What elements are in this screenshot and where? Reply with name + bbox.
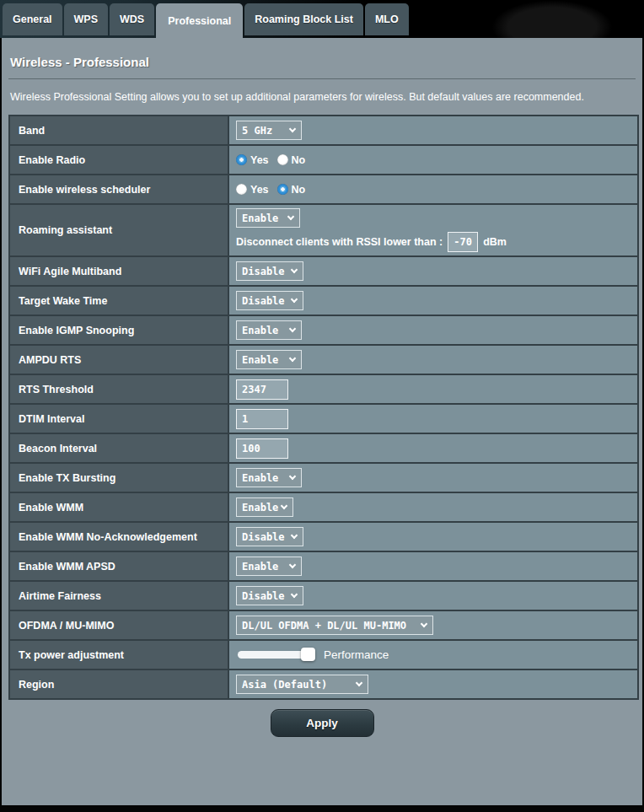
bottom-strip bbox=[0, 805, 644, 812]
chevron-down-icon bbox=[421, 621, 427, 627]
chevron-down-icon bbox=[289, 325, 296, 332]
rts-threshold-label: RTS Threshold bbox=[9, 374, 228, 404]
title-divider bbox=[8, 78, 636, 79]
chevron-down-icon bbox=[291, 266, 298, 273]
tab-general[interactable]: General bbox=[3, 3, 62, 35]
rts-threshold-input[interactable] bbox=[236, 379, 288, 400]
wmm-apsd-label: Enable WMM APSD bbox=[9, 551, 228, 581]
roaming-assistant-label: Roaming assistant bbox=[9, 204, 228, 256]
dtim-interval-input[interactable] bbox=[236, 409, 288, 429]
ofdma-select[interactable]: DL/UL OFDMA + DL/UL MU-MIMO bbox=[236, 616, 433, 635]
region-select[interactable]: Asia (Default) bbox=[236, 675, 368, 694]
enable-radio-yes[interactable]: Yes bbox=[236, 154, 269, 166]
chevron-down-icon bbox=[289, 562, 296, 568]
content-panel: Wireless - Professional Wireless Profess… bbox=[2, 38, 642, 805]
tx-bursting-label: Enable TX Bursting bbox=[9, 463, 228, 492]
chevron-down-icon bbox=[289, 126, 296, 132]
tx-power-slider-thumb[interactable] bbox=[301, 648, 315, 661]
chevron-down-icon bbox=[289, 355, 296, 362]
apply-area: Apply bbox=[2, 700, 642, 737]
chevron-down-icon bbox=[356, 680, 362, 686]
wireless-tab-bar: General WPS WDS Professional Roaming Blo… bbox=[0, 0, 644, 38]
wmm-select[interactable]: Enable bbox=[236, 497, 293, 517]
enable-radio-label: Enable Radio bbox=[9, 145, 228, 175]
igmp-snooping-select[interactable]: Enable bbox=[236, 320, 302, 340]
tx-power-value-label: Performance bbox=[324, 648, 389, 661]
tab-professional[interactable]: Professional bbox=[156, 3, 243, 38]
radio-unselected-icon[interactable] bbox=[236, 184, 247, 195]
roaming-rssi-line: Disconnect clients with RSSI lower than … bbox=[236, 232, 631, 252]
chevron-down-icon bbox=[281, 503, 287, 509]
beacon-interval-input[interactable] bbox=[236, 438, 288, 459]
table-row-igmp-snooping: Enable IGMP Snooping Enable bbox=[9, 315, 638, 345]
igmp-snooping-label: Enable IGMP Snooping bbox=[9, 315, 228, 345]
enable-radio-no[interactable]: No bbox=[277, 154, 306, 166]
table-row-tx-bursting: Enable TX Bursting Enable bbox=[9, 463, 638, 492]
chevron-down-icon bbox=[287, 213, 294, 220]
roaming-assistant-select[interactable]: Enable bbox=[236, 208, 300, 228]
wmm-apsd-select[interactable]: Enable bbox=[236, 557, 302, 576]
tab-wps[interactable]: WPS bbox=[64, 3, 108, 35]
agile-multiband-select[interactable]: Disable bbox=[236, 261, 303, 281]
wireless-scheduler-yes[interactable]: Yes bbox=[236, 184, 269, 196]
beacon-interval-label: Beacon Interval bbox=[9, 433, 228, 463]
band-select[interactable]: 5 GHz bbox=[236, 121, 302, 140]
table-row-agile-multiband: WiFi Agile Multiband Disable bbox=[9, 256, 638, 286]
airtime-fairness-select[interactable]: Disable bbox=[236, 586, 303, 605]
wireless-scheduler-label: Enable wireless scheduler bbox=[9, 175, 228, 204]
table-row-beacon-interval: Beacon Interval bbox=[9, 433, 638, 463]
agile-multiband-label: WiFi Agile Multiband bbox=[9, 256, 228, 286]
tx-bursting-select[interactable]: Enable bbox=[236, 468, 302, 487]
chevron-down-icon bbox=[291, 532, 298, 539]
router-admin-page: General WPS WDS Professional Roaming Blo… bbox=[0, 0, 644, 812]
chevron-down-icon bbox=[289, 473, 296, 480]
table-row-wireless-scheduler: Enable wireless scheduler Yes No bbox=[9, 175, 638, 204]
wireless-scheduler-no[interactable]: No bbox=[277, 184, 306, 196]
settings-table: Band 5 GHz Enable Radio Yes bbox=[8, 115, 639, 700]
table-row-airtime-fairness: Airtime Fairness Disable bbox=[9, 581, 638, 610]
enable-radio-group: Yes No bbox=[236, 154, 631, 166]
table-row-wmm: Enable WMM Enable bbox=[9, 492, 638, 522]
region-label: Region bbox=[9, 669, 228, 699]
tx-power-slider-track[interactable] bbox=[238, 651, 315, 659]
page-title: Wireless - Professional bbox=[2, 38, 642, 69]
roaming-rssi-unit: dBm bbox=[483, 236, 507, 248]
table-row-region: Region Asia (Default) bbox=[9, 669, 638, 699]
table-row-ampdu-rts: AMPDU RTS Enable bbox=[9, 345, 638, 374]
table-row-dtim-interval: DTIM Interval bbox=[9, 404, 638, 433]
tx-power-slider-row: Performance bbox=[236, 648, 631, 661]
table-row-wmm-apsd: Enable WMM APSD Enable bbox=[9, 551, 638, 581]
tab-wds[interactable]: WDS bbox=[110, 3, 154, 35]
roaming-rssi-input[interactable] bbox=[448, 232, 478, 252]
table-row-wmm-no-ack: Enable WMM No-Acknowledgement Disable bbox=[9, 522, 638, 551]
ampdu-rts-select[interactable]: Enable bbox=[236, 350, 302, 369]
ofdma-label: OFDMA / MU-MIMO bbox=[9, 610, 228, 640]
target-wake-time-select[interactable]: Disable bbox=[236, 291, 303, 310]
chevron-down-icon bbox=[291, 296, 298, 303]
wireless-scheduler-group: Yes No bbox=[236, 184, 631, 196]
dtim-interval-label: DTIM Interval bbox=[9, 404, 228, 433]
apply-button[interactable]: Apply bbox=[271, 709, 374, 737]
airtime-fairness-label: Airtime Fairness bbox=[9, 581, 228, 610]
table-row-ofdma: OFDMA / MU-MIMO DL/UL OFDMA + DL/UL MU-M… bbox=[9, 610, 638, 640]
table-row-roaming-assistant: Roaming assistant Enable Disconnect clie… bbox=[9, 204, 638, 256]
tx-power-label: Tx power adjustment bbox=[9, 640, 228, 669]
radio-selected-icon[interactable] bbox=[236, 154, 247, 165]
table-row-rts-threshold: RTS Threshold bbox=[9, 374, 638, 404]
page-description: Wireless Professional Setting allows you… bbox=[10, 90, 634, 104]
wmm-no-ack-select[interactable]: Disable bbox=[236, 527, 303, 546]
band-label: Band bbox=[9, 116, 228, 145]
wmm-label: Enable WMM bbox=[9, 492, 228, 522]
chevron-down-icon bbox=[291, 591, 298, 598]
table-row-enable-radio: Enable Radio Yes No bbox=[9, 145, 638, 175]
table-row-tx-power: Tx power adjustment Performance bbox=[9, 640, 638, 669]
radio-selected-icon[interactable] bbox=[277, 184, 288, 195]
table-row-band: Band 5 GHz bbox=[9, 116, 638, 145]
ampdu-rts-label: AMPDU RTS bbox=[9, 345, 228, 374]
target-wake-time-label: Target Wake Time bbox=[9, 286, 228, 315]
wmm-no-ack-label: Enable WMM No-Acknowledgement bbox=[9, 522, 228, 551]
tab-mlo[interactable]: MLO bbox=[365, 3, 409, 35]
tab-roaming-block-list[interactable]: Roaming Block List bbox=[244, 3, 363, 35]
table-row-target-wake-time: Target Wake Time Disable bbox=[9, 286, 638, 315]
radio-unselected-icon[interactable] bbox=[277, 154, 288, 165]
